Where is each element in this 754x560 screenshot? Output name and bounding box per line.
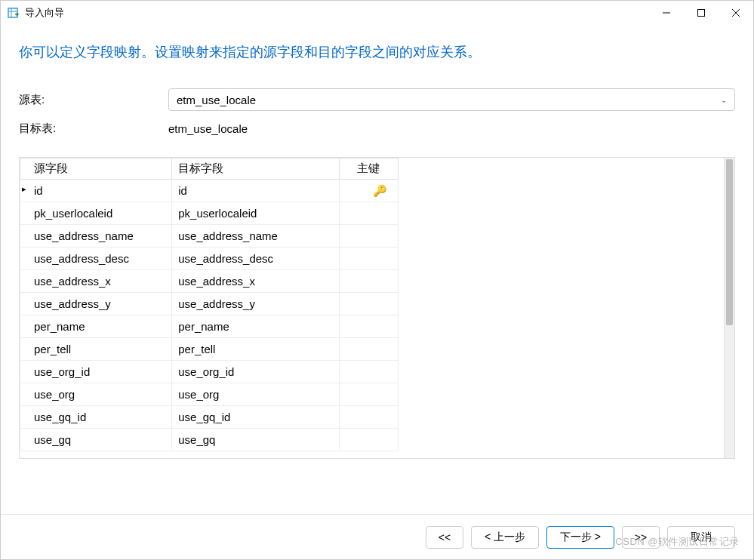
- svg-rect-4: [698, 10, 705, 17]
- page-heading: 你可以定义字段映射。设置映射来指定的源字段和目的字段之间的对应关系。: [19, 25, 735, 88]
- table-row[interactable]: use_address_descuse_address_desc: [20, 248, 399, 270]
- table-row[interactable]: use_org_iduse_org_id: [20, 361, 399, 383]
- cell-primary-key[interactable]: [339, 202, 398, 225]
- source-table-label: 源表:: [19, 93, 168, 107]
- cell-target-field[interactable]: use_gq_id: [172, 406, 339, 429]
- footer: << < 上一步 下一步 > >> 取消: [1, 514, 753, 559]
- header-primary-key[interactable]: 主键: [339, 158, 398, 180]
- titlebar: 导入向导: [1, 1, 753, 25]
- vertical-scrollbar[interactable]: [724, 158, 734, 458]
- source-table-value: etm_use_locale: [177, 94, 721, 106]
- cell-primary-key[interactable]: [339, 225, 398, 248]
- table-row[interactable]: use_address_nameuse_address_name: [20, 225, 399, 248]
- prev-button[interactable]: < 上一步: [471, 526, 539, 549]
- cell-target-field[interactable]: use_gq: [172, 429, 339, 451]
- table-row[interactable]: use_address_xuse_address_x: [20, 270, 399, 293]
- maximize-button[interactable]: [684, 1, 719, 25]
- cell-source-field[interactable]: use_address_x: [20, 270, 172, 293]
- first-button[interactable]: <<: [426, 526, 463, 549]
- close-button[interactable]: [719, 1, 753, 25]
- source-table-row: 源表: etm_use_locale ⌄: [19, 88, 735, 111]
- cell-primary-key[interactable]: [339, 338, 398, 361]
- cell-primary-key[interactable]: [339, 406, 398, 429]
- chevron-down-icon: ⌄: [721, 96, 727, 104]
- window-controls: [649, 1, 753, 25]
- cell-target-field[interactable]: use_org: [172, 383, 339, 406]
- last-button[interactable]: >>: [622, 526, 660, 549]
- cell-primary-key[interactable]: [339, 383, 398, 406]
- cell-primary-key[interactable]: [339, 248, 398, 270]
- table-row[interactable]: use_gq_iduse_gq_id: [20, 406, 399, 429]
- cell-target-field[interactable]: use_address_x: [172, 270, 339, 293]
- app-icon: [7, 6, 20, 20]
- cell-source-field[interactable]: per_name: [20, 315, 172, 338]
- table-header-row: 源字段 目标字段 主键: [20, 158, 399, 180]
- cell-source-field[interactable]: use_org_id: [20, 361, 172, 383]
- header-target-field[interactable]: 目标字段: [172, 158, 339, 180]
- table-row[interactable]: use_address_yuse_address_y: [20, 293, 399, 315]
- window-title: 导入向导: [25, 6, 649, 20]
- content-area: 你可以定义字段映射。设置映射来指定的源字段和目的字段之间的对应关系。 源表: e…: [1, 25, 753, 514]
- key-icon: 🔑: [373, 184, 387, 197]
- next-button[interactable]: 下一步 >: [546, 526, 614, 549]
- target-table-row: 目标表: etm_use_locale: [19, 122, 735, 136]
- cell-primary-key[interactable]: [339, 429, 398, 451]
- table-row[interactable]: per_tellper_tell: [20, 338, 399, 361]
- minimize-button[interactable]: [649, 1, 684, 25]
- cell-source-field[interactable]: use_address_desc: [20, 248, 172, 270]
- cell-source-field[interactable]: per_tell: [20, 338, 172, 361]
- cell-target-field[interactable]: per_name: [172, 315, 339, 338]
- table-row[interactable]: pk_userlocaleidpk_userlocaleid: [20, 202, 399, 225]
- cell-primary-key[interactable]: [339, 315, 398, 338]
- cell-target-field[interactable]: use_address_y: [172, 293, 339, 315]
- cell-primary-key[interactable]: [339, 293, 398, 315]
- source-table-dropdown[interactable]: etm_use_locale ⌄: [168, 88, 735, 111]
- svg-rect-0: [8, 8, 17, 17]
- table-row[interactable]: use_gquse_gq: [20, 429, 399, 451]
- table-row[interactable]: per_nameper_name: [20, 315, 399, 338]
- cell-source-field[interactable]: use_org: [20, 383, 172, 406]
- cell-primary-key[interactable]: [339, 361, 398, 383]
- scroll-thumb[interactable]: [726, 159, 733, 325]
- cell-source-field[interactable]: use_address_name: [20, 225, 172, 248]
- cell-primary-key[interactable]: 🔑: [339, 180, 398, 202]
- header-source-field[interactable]: 源字段: [20, 158, 172, 180]
- cell-target-field[interactable]: use_address_desc: [172, 248, 339, 270]
- target-table-value: etm_use_locale: [168, 122, 248, 135]
- table-row[interactable]: idid🔑: [20, 180, 399, 202]
- field-mapping-table: 源字段 目标字段 主键 idid🔑pk_userlocaleidpk_userl…: [20, 158, 399, 451]
- table-area: 源字段 目标字段 主键 idid🔑pk_userlocaleidpk_userl…: [20, 158, 724, 458]
- cell-target-field[interactable]: per_tell: [172, 338, 339, 361]
- cancel-button[interactable]: 取消: [667, 526, 735, 549]
- cell-source-field[interactable]: id: [20, 180, 172, 202]
- cell-target-field[interactable]: use_address_name: [172, 225, 339, 248]
- cell-source-field[interactable]: use_address_y: [20, 293, 172, 315]
- import-wizard-window: 导入向导 你可以定义字段映射。设置映射来指定的源字段和目的字段之间的对应关系。 …: [0, 0, 754, 560]
- field-mapping-table-wrapper: 源字段 目标字段 主键 idid🔑pk_userlocaleidpk_userl…: [19, 157, 735, 459]
- cell-target-field[interactable]: use_org_id: [172, 361, 339, 383]
- cell-source-field[interactable]: use_gq: [20, 429, 172, 451]
- table-row[interactable]: use_orguse_org: [20, 383, 399, 406]
- cell-target-field[interactable]: pk_userlocaleid: [172, 202, 339, 225]
- target-table-label: 目标表:: [19, 122, 168, 136]
- cell-primary-key[interactable]: [339, 270, 398, 293]
- cell-source-field[interactable]: pk_userlocaleid: [20, 202, 172, 225]
- cell-source-field[interactable]: use_gq_id: [20, 406, 172, 429]
- cell-target-field[interactable]: id: [172, 180, 339, 202]
